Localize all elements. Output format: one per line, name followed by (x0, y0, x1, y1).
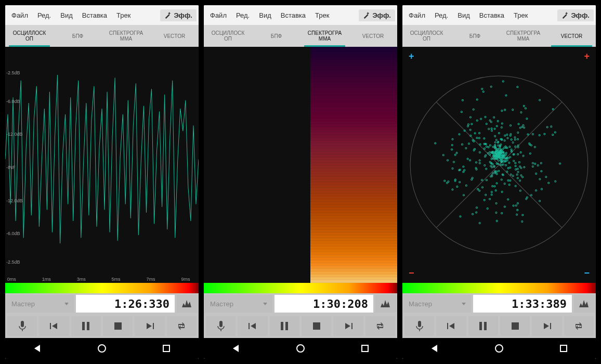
recent-icon[interactable] (559, 344, 568, 353)
menu-view[interactable]: Вид (255, 8, 276, 22)
svg-point-177 (546, 126, 548, 128)
tab-spectrogram[interactable]: СПЕКТРОГРА ММА (102, 25, 150, 47)
tab-spectrogram[interactable]: СПЕКТРОГРА ММА (499, 25, 547, 47)
menu-track[interactable]: Трек (112, 8, 135, 22)
menu-insert[interactable]: Вставка (277, 8, 310, 22)
back-icon[interactable] (33, 344, 42, 353)
svg-point-301 (514, 139, 516, 140)
svg-point-59 (494, 128, 495, 129)
record-button[interactable] (7, 316, 37, 336)
loop-button[interactable] (365, 316, 395, 336)
menu-edit[interactable]: Ред. (232, 8, 254, 22)
svg-point-225 (509, 157, 511, 158)
tab-vector[interactable]: VECTOR (150, 25, 199, 47)
svg-point-38 (512, 175, 514, 177)
menu-track[interactable]: Трек (509, 8, 532, 22)
menu-file[interactable]: Файл (7, 8, 32, 22)
record-button[interactable] (404, 316, 434, 336)
x-tick: 7ms (147, 277, 155, 282)
recent-icon[interactable] (162, 344, 171, 353)
svg-point-395 (526, 197, 528, 198)
tab-oscilloscope[interactable]: ОСЦИЛЛОСК ОП (402, 25, 451, 47)
svg-point-45 (469, 116, 471, 118)
svg-point-416 (473, 109, 474, 110)
tab-fft[interactable]: БПФ (54, 25, 102, 47)
menu-file[interactable]: Файл (404, 8, 429, 22)
level-meter-main (402, 283, 596, 290)
tab-oscilloscope[interactable]: ОСЦИЛЛОСК ОП (204, 25, 252, 47)
pause-button[interactable] (468, 316, 498, 336)
home-icon[interactable] (494, 344, 504, 353)
svg-point-146 (491, 130, 493, 132)
menu-insert[interactable]: Вставка (475, 8, 508, 22)
svg-point-237 (452, 138, 453, 140)
spectrogram-display (204, 47, 397, 283)
menu-edit[interactable]: Ред. (33, 8, 55, 22)
svg-point-300 (501, 123, 503, 124)
svg-point-164 (539, 99, 541, 101)
recent-icon[interactable] (360, 344, 370, 353)
waveform-button[interactable] (177, 295, 198, 313)
tab-fft[interactable]: БПФ (451, 25, 499, 47)
x-tick: 9ms (181, 277, 190, 282)
svg-point-399 (500, 144, 502, 146)
pause-button[interactable] (71, 316, 101, 336)
loop-button[interactable] (564, 316, 594, 336)
master-dropdown[interactable]: Мастер (205, 295, 272, 313)
tab-oscilloscope[interactable]: ОСЦИЛЛОСК ОП (5, 25, 54, 47)
svg-point-404 (495, 157, 497, 158)
menu-track[interactable]: Трек (311, 8, 333, 22)
waveform-button[interactable] (375, 295, 396, 313)
home-icon[interactable] (296, 344, 305, 353)
svg-point-299 (501, 127, 502, 128)
menu-edit[interactable]: Ред. (430, 8, 452, 22)
record-button[interactable] (206, 316, 236, 336)
tab-vector[interactable]: VECTOR (547, 25, 596, 47)
time-display: 1:30:208 (275, 295, 373, 313)
waveform-button[interactable] (574, 295, 595, 313)
menu-effects[interactable]: Эфф. (557, 9, 594, 21)
svg-point-72 (498, 145, 499, 146)
skip-back-button[interactable] (39, 316, 69, 336)
svg-point-62 (493, 116, 495, 118)
pause-button[interactable] (270, 316, 299, 336)
stop-button[interactable] (500, 316, 530, 336)
tab-fft[interactable]: БПФ (252, 25, 300, 47)
menu-effects[interactable]: Эфф. (359, 9, 395, 21)
skip-forward-button[interactable] (135, 316, 164, 336)
master-dropdown[interactable]: Мастер (403, 295, 471, 313)
menu-view[interactable]: Вид (453, 8, 474, 22)
svg-rect-9 (249, 323, 250, 329)
y-tick: -6.0dB (6, 231, 20, 236)
svg-point-340 (469, 160, 471, 161)
svg-point-232 (504, 140, 505, 141)
svg-point-411 (486, 146, 487, 147)
tab-vector[interactable]: VECTOR (349, 25, 397, 47)
stop-button[interactable] (103, 316, 133, 336)
skip-forward-button[interactable] (532, 316, 561, 336)
svg-point-211 (530, 194, 532, 196)
svg-point-238 (505, 95, 507, 96)
menu-view[interactable]: Вид (56, 8, 77, 22)
menu-insert[interactable]: Вставка (78, 8, 111, 22)
back-icon[interactable] (231, 344, 241, 353)
back-icon[interactable] (430, 344, 439, 353)
loop-button[interactable] (167, 316, 197, 336)
menu-effects[interactable]: Эфф. (160, 9, 197, 21)
svg-point-212 (502, 164, 504, 165)
y-tick: -2.5dB (6, 259, 20, 265)
svg-point-396 (487, 152, 489, 154)
skip-forward-button[interactable] (333, 316, 363, 336)
stop-button[interactable] (302, 316, 331, 336)
svg-point-168 (512, 109, 514, 111)
master-dropdown[interactable]: Мастер (6, 295, 74, 313)
tab-spectrogram[interactable]: СПЕКТРОГРА ММА (300, 25, 349, 47)
skip-back-button[interactable] (436, 316, 466, 336)
svg-point-316 (495, 212, 497, 213)
svg-point-24 (489, 120, 491, 121)
skip-back-button[interactable] (238, 316, 267, 336)
menu-file[interactable]: Файл (206, 8, 231, 22)
svg-point-229 (507, 199, 509, 200)
svg-point-52 (464, 170, 465, 171)
home-icon[interactable] (97, 344, 107, 353)
